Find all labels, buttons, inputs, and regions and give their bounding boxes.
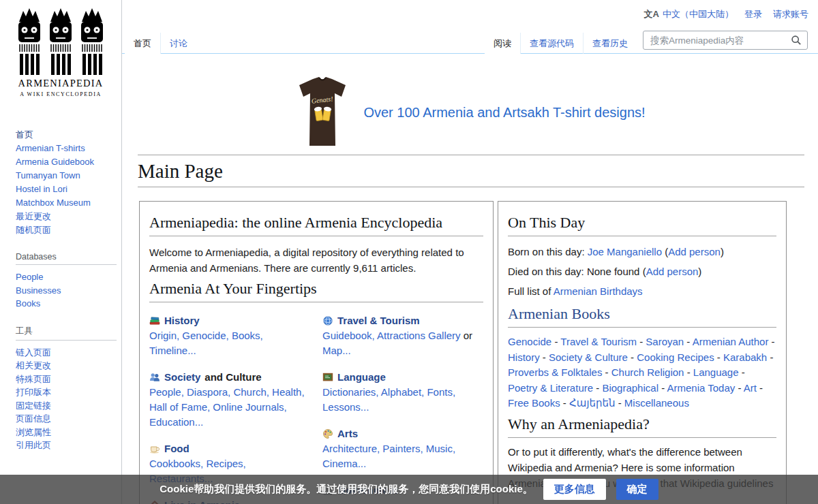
separator: - [768,336,774,347]
view-tabs: 阅读查看源代码查看历史 [485,33,637,54]
separator: - [560,397,569,409]
sidebar-section-links: PeopleBusinessesBooks [16,270,116,311]
sidebar-link[interactable]: 链入页面 [16,346,116,360]
book-category-link[interactable]: Հայերեն [569,397,615,409]
page-content: Genats! Over 100 Armenia and Artsakh T-s… [122,76,818,504]
personal-link[interactable]: 请求账号 [773,8,808,20]
personal-link[interactable]: 登录 [744,8,762,20]
book-category-link[interactable]: Saroyan [646,336,684,347]
link[interactable]: Language [337,371,386,383]
category-heading: Arts [322,428,483,439]
cookie-ok-button[interactable]: 确定 [616,479,658,500]
sidebar-link[interactable]: Armenia Guidebook [16,155,116,169]
people-icon [149,372,160,383]
link[interactable]: History [164,315,200,326]
book-category-link[interactable]: Art [744,382,757,394]
category-links: Architecture, Painters, Music, Cinema... [322,441,483,471]
link[interactable]: People, Diaspora, Church, Health, Hall o… [149,386,305,428]
category-heading: Language [322,371,483,383]
sidebar-main-nav: 首页Armenian T-shirtsArmenia GuidebookTuma… [16,128,116,237]
link[interactable]: Travel & Tourism [337,315,420,326]
tab-discussion[interactable]: 讨论 [160,33,196,54]
tab-view-history[interactable]: 查看历史 [583,33,637,54]
link[interactable]: Origin, Genocide, Books, Timeline... [149,330,263,356]
tab-main-page[interactable]: 首页 [125,33,160,54]
book-category-link[interactable]: Armenia Today [667,382,735,394]
site-logo[interactable]: ARMENIAPEDIA A WIKI ENCYCLOPEDIA [16,7,106,104]
sidebar-section-title: 工具 [16,326,117,341]
book-category-link[interactable]: Genocide [508,336,551,347]
text-segment: Full list of [508,285,554,297]
book-category-link[interactable]: Poetry & Literature [508,382,593,394]
text-segment: ) [698,266,701,277]
category: Travel & TourismGuidebook, Attractions G… [322,315,483,358]
sidebar-link[interactable]: Hostel in Lori [16,183,116,196]
search-icon[interactable] [791,35,802,46]
link[interactable]: Food [164,443,190,454]
link[interactable]: Add person [668,246,721,257]
sidebar-link[interactable]: 打印版本 [16,385,116,399]
sidebar-link[interactable]: Matchbox Museum [16,196,116,210]
sidebar-link[interactable]: 浏览属性 [16,426,116,439]
book-category-link[interactable]: Language [693,366,739,378]
category: ArtsArchitecture, Painters, Music, Cinem… [322,428,483,471]
tab-view-source[interactable]: 查看源代码 [520,33,583,54]
separator: - [684,366,693,378]
sidebar-link[interactable]: 引用此页 [16,439,116,452]
language-link[interactable]: 中文（中国大陆） [663,8,733,20]
separator: - [658,382,667,394]
link[interactable]: Armenian Birthdays [554,285,643,297]
book-category-link[interactable]: Biographical [602,382,658,394]
link[interactable]: Architecture, Painters, Music, Cinema... [322,443,455,469]
cup-icon [149,443,160,454]
separator: - [551,336,560,347]
text-segment: ) [721,246,724,257]
link[interactable]: Map... [322,345,351,356]
category-heading: Food [149,443,310,454]
separator: - [714,351,723,363]
sidebar-link[interactable]: 页面信息 [16,412,116,426]
sidebar-link[interactable]: Tumanyan Town [16,169,116,183]
book-category-link[interactable]: History [508,351,540,363]
link[interactable]: Joe Manganiello [588,246,662,257]
separator: - [735,382,744,394]
personal-bar-links: 登录请求账号 [744,8,808,20]
book-category-link[interactable]: Travel & Tourism [560,336,637,347]
armenian-books-link[interactable]: Armenian Books [508,305,610,322]
sidebar-section-links: 链入页面相关更改特殊页面打印版本固定链接页面信息浏览属性引用此页 [16,346,116,452]
sidebar-link[interactable]: 相关更改 [16,359,116,373]
book-category-link[interactable]: Proverbs & Folktales [508,366,602,378]
sidebar-link[interactable]: 特殊页面 [16,373,116,386]
book-category-link[interactable]: Miscellaneous [624,397,689,409]
category: Society and CulturePeople, Diaspora, Chu… [149,371,310,430]
book-category-link[interactable]: Cooking Recipes [637,351,714,363]
sidebar-link[interactable]: 固定链接 [16,399,116,413]
page-title: Main Page [138,160,804,187]
tshirt-banner[interactable]: Genats! Over 100 Armenia and Artsakh T-s… [138,76,804,148]
language-selector[interactable]: 文A 中文（中国大陆） [644,8,733,20]
cookie-more-info-button[interactable]: 更多信息 [543,479,606,500]
sidebar-link[interactable]: Businesses [16,284,116,298]
link[interactable]: Guidebook, Attractions Gallery [322,330,461,341]
book-category-link[interactable]: Church Religion [611,366,684,378]
sidebar-section: 工具链入页面相关更改特殊页面打印版本固定链接页面信息浏览属性引用此页 [16,326,116,452]
book-category-link[interactable]: Armenian Author [693,336,769,347]
sidebar-link[interactable]: People [16,270,116,284]
book-category-link[interactable]: Society & Culture [549,351,628,363]
book-category-link[interactable]: Free Books [508,397,560,409]
link[interactable]: Arts [337,428,358,439]
link[interactable]: Add person [646,266,699,277]
tab-read[interactable]: 阅读 [485,33,520,54]
book-category-link[interactable]: Karabakh [723,351,767,363]
link[interactable]: Dictionaries, Alphabet, Fonts, Lessons..… [322,386,455,413]
sidebar-link[interactable]: 随机页面 [16,223,116,237]
sidebar-link[interactable]: 最近更改 [16,210,116,223]
sidebar-link[interactable]: Books [16,297,116,311]
sidebar-link[interactable]: Armenian T-shirts [16,142,116,155]
text-segment: Born on this day: [508,246,588,257]
sidebar-link[interactable]: 首页 [16,128,116,142]
banner-caption[interactable]: Over 100 Armenia and Artsakh T-shirt des… [363,105,645,121]
search-input[interactable] [649,35,791,46]
categories-heading: Armenia At Your Fingertips [149,280,483,302]
link[interactable]: Society [164,371,200,383]
